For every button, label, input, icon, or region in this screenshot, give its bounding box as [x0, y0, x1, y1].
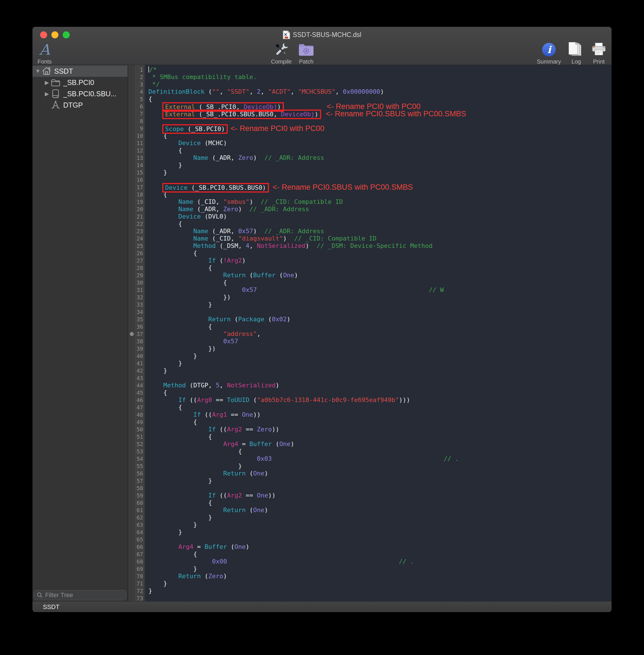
code-line[interactable]: } — [148, 169, 612, 176]
code-line[interactable]: { — [148, 323, 612, 330]
toolbar-print-button[interactable]: Print — [579, 42, 612, 65]
code-line[interactable]: } — [148, 565, 612, 572]
code-line[interactable]: If ((Arg2 == Zero)) — [148, 426, 612, 433]
status-bar: SSDT — [32, 601, 612, 612]
code-line[interactable]: }) — [148, 345, 612, 352]
code-line[interactable] — [148, 484, 612, 492]
code-line[interactable]: } — [148, 161, 612, 169]
disclosure-triangle-icon[interactable]: ▶ — [43, 79, 50, 86]
code-line[interactable]: Return (One) — [148, 506, 612, 514]
code-line[interactable]: Device (_SB.PCI0.SBUS.BUS0)<- Rename PCI… — [148, 183, 612, 191]
code-line[interactable]: If ((Arg1 == One)) — [148, 411, 612, 419]
code-line[interactable]: } — [148, 477, 612, 484]
code-line[interactable]: { — [148, 147, 612, 154]
code-line[interactable]: { — [148, 448, 612, 455]
code-token: "a0b5b7c6-1318-441c-b0c9-fe695eaf949b" — [257, 397, 399, 403]
filter-tree-field[interactable] — [33, 590, 127, 600]
code-line[interactable]: Arg4 = Buffer (One) — [148, 441, 612, 448]
code-line[interactable]: 0x57 — [148, 338, 612, 345]
code-line[interactable]: Return (One) — [148, 470, 612, 477]
code-line[interactable]: Device (DVL0) — [148, 213, 612, 220]
code-line[interactable]: { — [148, 95, 612, 103]
code-line[interactable]: If (!Arg2) — [148, 257, 612, 264]
code-line[interactable]: "address", — [148, 330, 612, 338]
code-line[interactable]: * SMBus compatibility table. — [148, 73, 612, 81]
code-line[interactable]: Device (MCHC) — [148, 139, 612, 147]
code-line[interactable]: 0x03 // . — [148, 455, 612, 462]
code-line[interactable]: Name (_CID, "smbus") // _CID: Compatible… — [148, 198, 612, 206]
line-marker-dot[interactable] — [130, 332, 134, 336]
code-line[interactable]: { — [148, 433, 612, 441]
code-line[interactable]: { — [148, 279, 612, 286]
code-line[interactable] — [148, 375, 612, 382]
code-token: Method — [193, 242, 215, 249]
code-line[interactable]: If ((Arg2 == One)) — [148, 492, 612, 499]
code-line[interactable]: DefinitionBlock ("", "SSDT", 2, "ACDT", … — [148, 88, 612, 95]
code-line[interactable]: 0x57 // W — [148, 286, 612, 294]
code-line[interactable]: External (_SB_.PCI0.SBUS.BUS0, DeviceObj… — [148, 110, 612, 117]
code-line[interactable]: Return (Package (0x02) — [148, 316, 612, 323]
line-number: 20 — [135, 206, 144, 213]
code-token: ) — [253, 154, 264, 161]
line-number: 67 — [135, 550, 144, 558]
sidebar-item-ssdt[interactable]: ▼SSDT — [32, 66, 128, 77]
code-token: ( — [250, 397, 257, 403]
code-line[interactable] — [148, 536, 612, 543]
code-line[interactable]: Method (DTGP, 5, NotSerialized) — [148, 382, 612, 389]
code-line[interactable]: { — [148, 389, 612, 397]
code-line[interactable]: }) — [148, 294, 612, 301]
toolbar-patch-button[interactable]: Patch — [286, 42, 326, 65]
code-line[interactable]: } — [148, 521, 612, 528]
code-line[interactable]: } — [148, 301, 612, 308]
code-line[interactable]: } — [148, 528, 612, 536]
code-token: ( — [246, 470, 253, 477]
sidebar-item--sb-pci0-sbu-[interactable]: ▶_SB.PCI0.SBU... — [32, 88, 128, 99]
sidebar-item--sb-pci0[interactable]: ▶_SB.PCI0 — [32, 77, 128, 88]
code-line[interactable]: { — [148, 404, 612, 411]
toolbar-fonts-button[interactable]: A Fonts — [32, 42, 64, 65]
line-number: 55 — [135, 462, 144, 470]
code-line[interactable]: } — [148, 587, 612, 594]
code-editor[interactable]: /* * SMBus compatibility table. */Defini… — [145, 65, 612, 601]
code-token — [148, 316, 208, 323]
code-line[interactable]: Return (Zero) — [148, 572, 612, 580]
code-token: Device — [178, 213, 201, 220]
code-token: ) — [294, 272, 298, 279]
code-line[interactable]: If ((Arg0 == ToUUID ("a0b5b7c6-1318-441c… — [148, 397, 612, 404]
code-line[interactable]: } — [148, 514, 612, 521]
code-line[interactable]: */ — [148, 81, 612, 88]
code-line[interactable]: /* — [148, 66, 612, 73]
sidebar-item-dtgp[interactable]: DTGP — [32, 99, 128, 111]
code-line[interactable]: Name (_ADR, 0x57) // _ADR: Address — [148, 228, 612, 235]
code-line[interactable]: Name (_ADR, Zero) // _ADR: Address — [148, 154, 612, 161]
filter-tree-input[interactable] — [45, 591, 118, 599]
code-line[interactable]: { — [148, 220, 612, 228]
code-line[interactable]: { — [148, 499, 612, 506]
line-number: 47 — [135, 404, 144, 411]
code-line[interactable]: } — [148, 367, 612, 375]
code-line[interactable]: Return (Buffer (One) — [148, 272, 612, 279]
code-line[interactable]: } — [148, 352, 612, 360]
code-line[interactable]: 0x00 // . — [148, 558, 612, 565]
code-token: , — [220, 88, 227, 95]
disclosure-triangle-icon[interactable]: ▼ — [34, 68, 42, 74]
code-line[interactable]: { — [148, 264, 612, 272]
line-number: 40 — [135, 352, 144, 360]
code-line[interactable]: } — [148, 580, 612, 587]
code-token — [148, 492, 208, 499]
code-line[interactable]: Name (_ADR, Zero) // _ADR: Address — [148, 206, 612, 213]
disclosure-triangle-icon[interactable]: ▶ — [43, 91, 50, 97]
code-line[interactable]: External (_SB_.PCI0, DeviceObj)<- Rename… — [148, 103, 612, 110]
code-line[interactable] — [148, 594, 612, 601]
code-line[interactable]: Method (_DSM, 4, NotSerialized) // _DSM:… — [148, 242, 612, 250]
code-line[interactable]: Scope (_SB.PCI0)<- Rename PCI0 with PC00 — [148, 125, 612, 132]
code-line[interactable]: { — [148, 250, 612, 257]
code-line[interactable]: { — [148, 550, 612, 558]
code-line[interactable] — [148, 308, 612, 316]
code-line[interactable]: Name (_CID, "diagsvault") // _CID: Compa… — [148, 235, 612, 242]
code-line[interactable] — [148, 176, 612, 183]
code-line[interactable]: } — [148, 360, 612, 367]
code-line[interactable]: { — [148, 419, 612, 426]
code-line[interactable]: Arg4 = Buffer (One) — [148, 543, 612, 550]
code-line[interactable]: } — [148, 462, 612, 470]
